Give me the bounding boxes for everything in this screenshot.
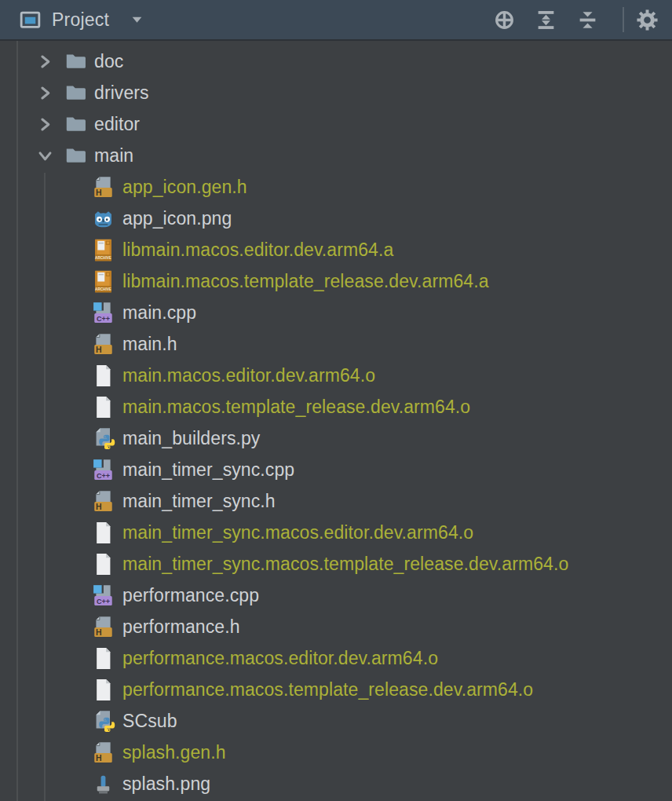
cpp-file-icon: C++	[91, 301, 115, 325]
tree-file-performance-macos-template-release-dev-arm64-o[interactable]: performance.macos.template_release.dev.a…	[0, 674, 672, 705]
svg-text:ARCHIVE: ARCHIVE	[95, 287, 111, 291]
python-file-icon	[91, 709, 115, 733]
locate-file-button[interactable]	[492, 8, 516, 31]
python-file-icon	[91, 426, 115, 451]
tree-folder-main[interactable]: main	[0, 140, 672, 171]
tree-file-main-timer-sync-macos-template-release-dev-arm64-o[interactable]: main_timer_sync.macos.template_release.d…	[0, 548, 672, 580]
tree-file-main-timer-sync-h[interactable]: H main_timer_sync.h	[0, 485, 672, 517]
tree-node-label: main.h	[122, 334, 177, 355]
expand-all-button[interactable]	[534, 8, 557, 31]
tree-file-main-macos-template-release-dev-arm64-o[interactable]: main.macos.template_release.dev.arm64.o	[0, 391, 672, 422]
svg-text:H: H	[96, 345, 102, 353]
chevron-right-icon[interactable]	[35, 114, 55, 134]
object-file-icon	[91, 395, 115, 419]
tree-node-label: performance.macos.template_release.dev.a…	[122, 679, 533, 700]
tree-file-scsub[interactable]: SCsub	[0, 705, 672, 737]
object-file-icon	[91, 521, 115, 545]
header-file-icon: H	[91, 741, 115, 765]
folder-icon	[64, 82, 86, 104]
tree-node-label: app_icon.png	[122, 208, 232, 229]
chevron-right-icon[interactable]	[35, 82, 55, 103]
tree-folder-editor[interactable]: editor	[0, 108, 672, 140]
project-tool-window-icon	[20, 9, 41, 31]
cpp-file-icon: C++	[91, 583, 115, 608]
collapse-all-icon	[576, 9, 599, 31]
tree-node-label: splash.gen.h	[122, 742, 226, 763]
tree-file-main-cpp[interactable]: C++ main.cpp	[0, 297, 672, 328]
header-file-icon: H	[91, 332, 115, 357]
tree-file-libmain-macos-editor-dev-arm64-a[interactable]: ARCHIVE libmain.macos.editor.dev.arm64.a	[0, 234, 672, 265]
expand-all-icon	[535, 9, 557, 31]
toolbar-separator	[623, 7, 624, 32]
settings-button[interactable]	[635, 8, 659, 31]
tree-node-label: app_icon.gen.h	[122, 177, 247, 198]
svg-text:H: H	[96, 188, 102, 196]
folder-icon	[64, 50, 86, 72]
tree-file-main-macos-editor-dev-arm64-o[interactable]: main.macos.editor.dev.arm64.o	[0, 360, 672, 391]
tree-file-splash-png[interactable]: splash.png	[0, 768, 672, 799]
tree-node-label: libmain.macos.editor.dev.arm64.a	[122, 240, 393, 261]
godot-image-icon	[91, 207, 115, 231]
tree-node-label: drivers	[94, 82, 149, 104]
tree-node-label: main_timer_sync.macos.template_release.d…	[122, 554, 568, 575]
tree-node-label: main.macos.editor.dev.arm64.o	[122, 365, 375, 386]
object-file-icon	[91, 646, 115, 671]
tree-node-label: main_timer_sync.h	[122, 491, 276, 512]
tree-file-libmain-macos-template-release-dev-arm64-a[interactable]: ARCHIVE libmain.macos.template_release.d…	[0, 265, 672, 297]
folder-icon	[64, 144, 86, 166]
tree-node-label: main_timer_sync.cpp	[122, 459, 294, 481]
tree-node-label: main.cpp	[122, 302, 196, 324]
svg-text:ARCHIVE: ARCHIVE	[95, 255, 111, 259]
project-file-tree: doc drivers editor main H app_icon.gen.h	[0, 41, 672, 801]
tree-node-label: doc	[94, 51, 123, 72]
header-file-icon: H	[91, 489, 115, 514]
project-toolwindow-header: Project	[0, 0, 672, 41]
svg-text:H: H	[96, 502, 102, 510]
tree-file-splash-gen-h[interactable]: H splash.gen.h	[0, 737, 672, 768]
tree-file-performance-h[interactable]: H performance.h	[0, 611, 672, 642]
tree-file-main-builders-py[interactable]: main_builders.py	[0, 422, 672, 454]
header-file-icon: H	[91, 615, 115, 639]
splash-image-icon	[91, 772, 115, 796]
tree-node-label: performance.h	[122, 616, 240, 638]
tree-file-performance-cpp[interactable]: C++ performance.cpp	[0, 580, 672, 611]
object-file-icon	[91, 678, 115, 702]
tree-node-label: libmain.macos.template_release.dev.arm64…	[122, 271, 489, 292]
collapse-all-button[interactable]	[575, 8, 599, 31]
header-file-icon: H	[91, 175, 115, 199]
tree-folder-drivers[interactable]: drivers	[0, 77, 672, 108]
tree-node-label: performance.cpp	[122, 585, 259, 606]
chevron-down-icon[interactable]	[35, 145, 55, 166]
tree-node-label: SCsub	[122, 711, 177, 732]
tree-file-main-timer-sync-cpp[interactable]: C++ main_timer_sync.cpp	[0, 454, 672, 485]
tree-node-label: splash.png	[122, 774, 210, 795]
tree-file-app-icon-png[interactable]: app_icon.png	[0, 203, 672, 234]
tree-node-label: performance.macos.editor.dev.arm64.o	[122, 648, 438, 669]
svg-text:H: H	[96, 627, 102, 636]
chevron-right-icon[interactable]	[35, 51, 55, 71]
chevron-down-caret-icon	[130, 13, 144, 27]
object-file-icon	[91, 364, 115, 388]
svg-text:C++: C++	[97, 597, 110, 605]
tree-file-main-timer-sync-macos-editor-dev-arm64-o[interactable]: main_timer_sync.macos.editor.dev.arm64.o	[0, 517, 672, 548]
svg-text:C++: C++	[97, 314, 110, 322]
project-view-selector[interactable]: Project	[20, 9, 144, 31]
toolbar-actions	[492, 7, 659, 32]
tree-node-label: main_timer_sync.macos.editor.dev.arm64.o	[122, 522, 473, 543]
tree-file-performance-macos-editor-dev-arm64-o[interactable]: performance.macos.editor.dev.arm64.o	[0, 642, 672, 674]
tree-file-app-icon-gen-h[interactable]: H app_icon.gen.h	[0, 171, 672, 203]
toolwindow-title: Project	[52, 9, 109, 31]
cpp-file-icon: C++	[91, 458, 115, 482]
tree-node-label: main_builders.py	[122, 428, 260, 449]
archive-file-icon: ARCHIVE	[91, 238, 115, 262]
archive-file-icon: ARCHIVE	[91, 269, 115, 294]
target-icon	[493, 9, 516, 31]
svg-text:C++: C++	[97, 471, 110, 479]
tree-file-main-h[interactable]: H main.h	[0, 328, 672, 360]
tree-node-label: main	[94, 145, 133, 166]
svg-text:H: H	[96, 753, 102, 762]
object-file-icon	[91, 552, 115, 576]
tree-folder-doc[interactable]: doc	[0, 46, 672, 77]
gear-icon	[636, 9, 659, 31]
tree-node-label: main.macos.template_release.dev.arm64.o	[122, 397, 470, 418]
